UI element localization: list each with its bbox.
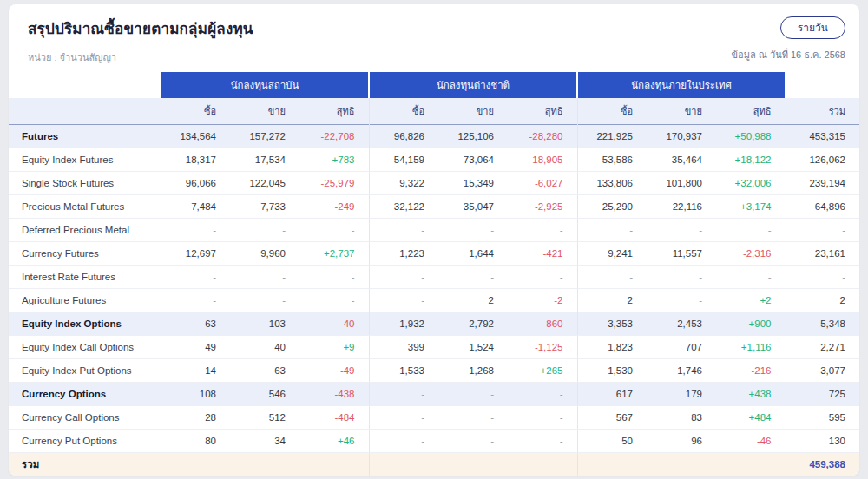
value-cell: - xyxy=(369,429,438,452)
value-cell: 32,122 xyxy=(369,194,438,218)
total-row: รวม459,388 xyxy=(9,452,859,476)
col-total: รวม xyxy=(786,98,859,124)
row-total-cell: 453,315 xyxy=(786,124,859,148)
value-cell: 1,823 xyxy=(577,335,647,358)
table-row: Interest Rate Futures---------- xyxy=(9,265,859,288)
value-cell: 14 xyxy=(161,358,230,382)
corner-cell xyxy=(9,72,161,98)
table-row: Precious Metal Futures7,4847,733-24932,1… xyxy=(9,194,859,218)
sub-header-row: ซื้อ ขาย สุทธิ ซื้อ ขาย สุทธิ ซื้อ ขาย ส… xyxy=(9,98,859,124)
value-cell: - xyxy=(161,265,230,288)
value-cell: -28,280 xyxy=(508,124,577,148)
value-cell xyxy=(438,452,508,476)
card-header: สรุปปริมาณซื้อขายตามกลุ่มผู้ลงทุน หน่วย … xyxy=(9,4,859,72)
value-cell: - xyxy=(230,218,299,241)
row-total-cell: 239,194 xyxy=(786,171,859,194)
value-cell: - xyxy=(508,218,577,241)
value-cell: - xyxy=(508,265,577,288)
sub-header-empty xyxy=(9,98,161,124)
value-cell: -860 xyxy=(508,312,577,335)
value-cell: 3,353 xyxy=(577,312,647,335)
value-cell: 179 xyxy=(647,382,716,405)
value-cell: 80 xyxy=(161,429,230,452)
value-cell: +438 xyxy=(716,382,786,405)
value-cell: 122,045 xyxy=(230,171,299,194)
value-cell: - xyxy=(438,265,508,288)
value-cell: - xyxy=(577,265,647,288)
col-sell: ขาย xyxy=(438,98,508,124)
value-cell: -22,708 xyxy=(299,124,369,148)
value-cell: -25,979 xyxy=(299,171,369,194)
value-cell: - xyxy=(647,218,716,241)
value-cell: -46 xyxy=(716,429,786,452)
value-cell: +32,006 xyxy=(716,171,786,194)
row-total-cell: 23,161 xyxy=(786,241,859,265)
table-row: Single Stock Futures96,066122,045-25,979… xyxy=(9,171,859,194)
value-cell: +2 xyxy=(716,288,786,312)
group-header-foreign: นักลงทุนต่างชาติ xyxy=(369,72,577,98)
table-row: Currency Call Options28512-484---56783+4… xyxy=(9,405,859,429)
value-cell: -216 xyxy=(716,358,786,382)
value-cell: 7,733 xyxy=(230,194,299,218)
group-header-row: นักลงทุนสถาบัน นักลงทุนต่างชาติ นักลงทุน… xyxy=(9,72,859,98)
value-cell: - xyxy=(508,382,577,405)
table-row: Equity Index Futures18,31717,534+78354,1… xyxy=(9,148,859,171)
row-label: Agriculture Futures xyxy=(9,288,161,312)
value-cell: 11,557 xyxy=(647,241,716,265)
table-row: Currency Futures12,6979,960+2,7371,2231,… xyxy=(9,241,859,265)
header-left: สรุปปริมาณซื้อขายตามกลุ่มผู้ลงทุน หน่วย … xyxy=(28,16,253,65)
value-cell: 1,530 xyxy=(577,358,647,382)
value-cell: - xyxy=(230,265,299,288)
value-cell: - xyxy=(438,218,508,241)
col-sell: ขาย xyxy=(230,98,299,124)
value-cell: 1,746 xyxy=(647,358,716,382)
value-cell: - xyxy=(369,288,438,312)
table-body: Futures134,564157,272-22,70896,826125,10… xyxy=(9,124,859,476)
value-cell: 125,106 xyxy=(438,124,508,148)
value-cell: - xyxy=(647,288,716,312)
value-cell: 34 xyxy=(230,429,299,452)
value-cell xyxy=(716,452,786,476)
row-total-cell: 64,896 xyxy=(786,194,859,218)
value-cell: 1,524 xyxy=(438,335,508,358)
row-total-cell: 5,348 xyxy=(786,312,859,335)
value-cell: 9,322 xyxy=(369,171,438,194)
value-cell: - xyxy=(230,288,299,312)
row-label: Equity Index Futures xyxy=(9,148,161,171)
value-cell: - xyxy=(716,265,786,288)
row-total-cell: 3,077 xyxy=(786,358,859,382)
row-label: Futures xyxy=(9,124,161,148)
row-label: Currency Futures xyxy=(9,241,161,265)
value-cell: -421 xyxy=(508,241,577,265)
value-cell: 133,806 xyxy=(577,171,647,194)
value-cell: -49 xyxy=(299,358,369,382)
value-cell: +1,116 xyxy=(716,335,786,358)
value-cell: 73,064 xyxy=(438,148,508,171)
value-cell: - xyxy=(508,429,577,452)
value-cell: - xyxy=(716,218,786,241)
value-cell: 108 xyxy=(161,382,230,405)
value-cell: 707 xyxy=(647,335,716,358)
value-cell: - xyxy=(438,382,508,405)
value-cell: 2 xyxy=(577,288,647,312)
value-cell: +9 xyxy=(299,335,369,358)
value-cell: +2,737 xyxy=(299,241,369,265)
value-cell: +783 xyxy=(299,148,369,171)
table-row: Currency Options108546-438---617179+4387… xyxy=(9,382,859,405)
daily-view-button[interactable]: รายวัน xyxy=(780,16,845,39)
value-cell: -2 xyxy=(508,288,577,312)
value-cell: 18,317 xyxy=(161,148,230,171)
value-cell: 7,484 xyxy=(161,194,230,218)
col-net: สุทธิ xyxy=(508,98,577,124)
value-cell: 63 xyxy=(161,312,230,335)
col-net: สุทธิ xyxy=(299,98,369,124)
group-header-domestic: นักลงทุนภายในประเทศ xyxy=(577,72,786,98)
value-cell xyxy=(508,452,577,476)
table-row: Equity Index Options63103-401,9322,792-8… xyxy=(9,312,859,335)
table-row: Equity Index Call Options4940+93991,524-… xyxy=(9,335,859,358)
value-cell: 35,047 xyxy=(438,194,508,218)
value-cell: 96,066 xyxy=(161,171,230,194)
value-cell: 512 xyxy=(230,405,299,429)
value-cell: 35,464 xyxy=(647,148,716,171)
value-cell: - xyxy=(369,405,438,429)
